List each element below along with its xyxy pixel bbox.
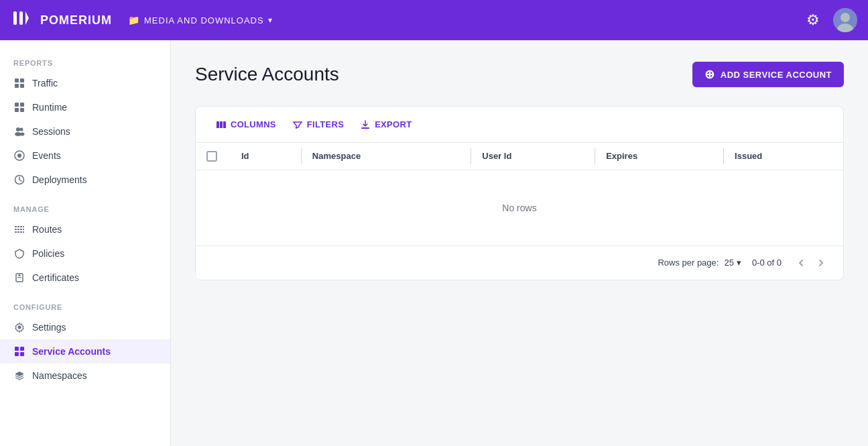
top-header: POMERIUM 📁 MEDIA AND DOWNLOADS ▾ ⚙ — [0, 0, 868, 40]
namespaces-icon — [13, 370, 25, 382]
runtime-label: Runtime — [32, 102, 67, 113]
next-page-button[interactable] — [812, 254, 830, 272]
select-all-checkbox[interactable] — [206, 151, 217, 162]
svg-rect-24 — [23, 226, 24, 227]
sidebar-item-deployments[interactable]: Deployments — [0, 168, 170, 192]
expires-column-header: Expires — [595, 143, 724, 170]
sidebar-item-certificates[interactable]: Certificates — [0, 266, 170, 290]
workspace-name: MEDIA AND DOWNLOADS — [144, 15, 264, 25]
export-button[interactable]: EXPORT — [353, 116, 418, 133]
settings-icon — [13, 321, 25, 333]
svg-rect-7 — [20, 78, 24, 82]
id-column-header: Id — [231, 143, 302, 170]
expires-column-label: Expires — [606, 151, 637, 161]
table-toolbar: COLUMNS FILTERS EXPORT — [196, 107, 843, 143]
svg-rect-31 — [20, 231, 22, 233]
rows-per-page-select[interactable]: 25 ▾ — [724, 258, 741, 268]
page-header: Service Accounts ⊕ ADD SERVICE ACCOUNT — [195, 62, 844, 87]
sidebar-item-settings[interactable]: Settings — [0, 315, 170, 339]
logo-icon — [11, 6, 35, 30]
svg-rect-32 — [23, 231, 24, 233]
issued-column-header: Issued — [724, 143, 843, 170]
pagination-bar: Rows per page: 25 ▾ 0-0 of 0 — [196, 245, 843, 280]
svg-rect-10 — [15, 103, 19, 107]
svg-rect-6 — [15, 78, 19, 82]
columns-icon — [216, 119, 227, 130]
sessions-icon — [13, 125, 25, 137]
logo: POMERIUM — [11, 6, 112, 35]
sidebar-item-events[interactable]: Events — [0, 144, 170, 168]
prev-page-button[interactable] — [792, 254, 810, 272]
settings-gear-button[interactable]: ⚙ — [804, 9, 822, 32]
workspace-icon: 📁 — [128, 15, 140, 25]
sidebar-item-runtime[interactable]: Runtime — [0, 95, 170, 119]
svg-rect-1 — [19, 11, 23, 25]
avatar-image — [833, 8, 857, 32]
sidebar: REPORTS Traffic Runtime Sessions Events — [0, 40, 171, 446]
chevron-left-icon — [795, 257, 807, 269]
svg-rect-21 — [15, 226, 17, 227]
sidebar-item-policies[interactable]: Policies — [0, 241, 170, 266]
events-icon — [13, 150, 25, 162]
columns-label: COLUMNS — [231, 119, 276, 129]
columns-button[interactable]: COLUMNS — [209, 116, 283, 133]
sidebar-item-service-accounts[interactable]: Service Accounts — [0, 339, 170, 364]
sidebar-item-namespaces[interactable]: Namespaces — [0, 364, 170, 388]
traffic-label: Traffic — [32, 78, 58, 89]
svg-rect-12 — [15, 108, 19, 112]
userid-column-label: User Id — [482, 151, 511, 161]
userid-column-header: User Id — [471, 143, 595, 170]
main-content: Service Accounts ⊕ ADD SERVICE ACCOUNT C… — [171, 40, 868, 446]
logo-text: POMERIUM — [40, 13, 112, 27]
svg-rect-38 — [20, 347, 24, 351]
svg-point-15 — [20, 128, 23, 131]
svg-point-4 — [841, 13, 850, 22]
add-service-account-button[interactable]: ⊕ ADD SERVICE ACCOUNT — [692, 62, 844, 87]
svg-rect-0 — [13, 11, 17, 25]
svg-rect-25 — [15, 229, 17, 230]
sidebar-item-routes[interactable]: Routes — [0, 217, 170, 241]
svg-rect-43 — [223, 121, 226, 128]
namespace-column-header: Namespace — [302, 143, 471, 170]
chevron-right-icon — [815, 257, 827, 269]
pagination-range: 0-0 of 0 — [752, 258, 782, 268]
workspace-selector[interactable]: 📁 MEDIA AND DOWNLOADS ▾ — [128, 15, 273, 25]
svg-rect-27 — [20, 229, 22, 230]
rows-per-page-value: 25 — [724, 258, 733, 268]
svg-rect-37 — [15, 347, 19, 351]
events-label: Events — [32, 150, 61, 161]
namespaces-label: Namespaces — [32, 370, 87, 381]
svg-rect-22 — [17, 226, 19, 227]
settings-label: Settings — [32, 322, 66, 333]
svg-point-17 — [20, 133, 25, 136]
issued-column-label: Issued — [735, 151, 762, 161]
policies-label: Policies — [32, 248, 64, 259]
svg-point-35 — [19, 274, 21, 276]
svg-point-19 — [17, 154, 21, 158]
svg-rect-23 — [20, 226, 22, 227]
svg-rect-44 — [361, 127, 369, 129]
checkbox-column-header — [196, 143, 231, 170]
sidebar-section-configure: CONFIGURE — [0, 298, 170, 315]
sidebar-item-traffic[interactable]: Traffic — [0, 71, 170, 95]
add-icon: ⊕ — [704, 68, 715, 80]
traffic-icon — [13, 77, 25, 89]
layout: REPORTS Traffic Runtime Sessions Events — [0, 40, 868, 446]
svg-rect-26 — [17, 229, 19, 230]
rows-per-page-control: Rows per page: 25 ▾ — [658, 258, 741, 268]
sidebar-item-sessions[interactable]: Sessions — [0, 119, 170, 144]
rows-per-page-label: Rows per page: — [658, 258, 719, 268]
avatar[interactable] — [833, 8, 857, 32]
chevron-down-icon: ▾ — [268, 15, 273, 25]
export-label: EXPORT — [375, 119, 412, 129]
svg-rect-39 — [15, 352, 19, 356]
svg-rect-30 — [17, 231, 19, 233]
namespace-column-label: Namespace — [312, 151, 361, 161]
runtime-icon — [13, 101, 25, 113]
svg-rect-40 — [20, 352, 24, 356]
filters-button[interactable]: FILTERS — [286, 116, 351, 133]
deployments-icon — [13, 174, 25, 186]
header-left: POMERIUM 📁 MEDIA AND DOWNLOADS ▾ — [11, 6, 273, 35]
pagination-nav — [792, 254, 830, 272]
data-table: Id Namespace User Id Expires — [196, 143, 843, 245]
